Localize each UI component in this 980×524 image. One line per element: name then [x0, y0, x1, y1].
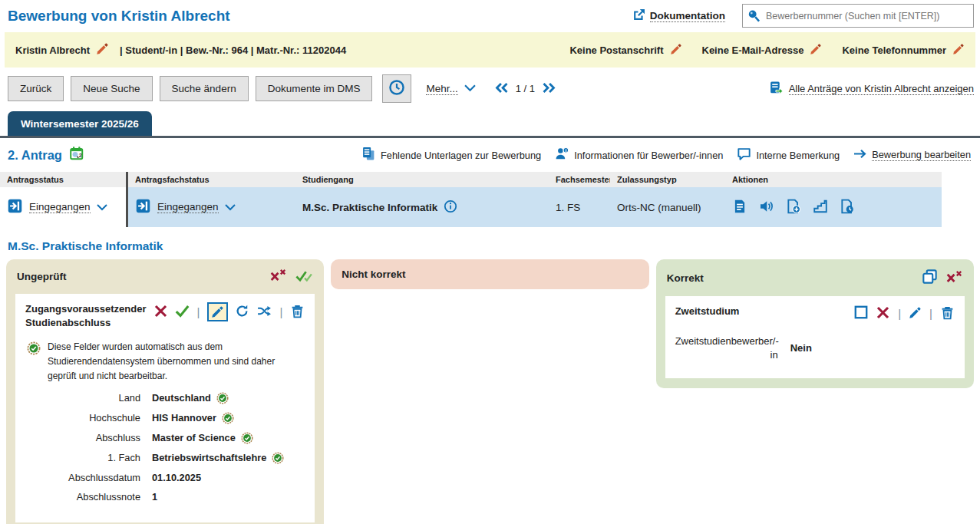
history-button[interactable]: [382, 74, 411, 103]
verified-badge-icon: [272, 452, 284, 464]
announce-icon[interactable]: [759, 199, 774, 216]
no-phone-label: Keine Telefonnummer: [842, 44, 946, 56]
tab-wintersemester[interactable]: Wintersemester 2025/26: [8, 111, 152, 136]
edit-person-icon[interactable]: [96, 42, 109, 58]
studiengang-value: M.Sc. Praktische Informatik: [302, 202, 437, 213]
add-document-icon[interactable]: [786, 199, 801, 216]
search-input[interactable]: [742, 4, 974, 28]
separator: |: [196, 305, 201, 318]
delete-entry-icon[interactable]: [290, 304, 305, 321]
more-menu[interactable]: Mehr...: [426, 83, 475, 95]
dms-documents-button[interactable]: Dokumente im DMS: [256, 76, 373, 101]
svg-text:2: 2: [79, 153, 82, 159]
auto-import-note-text: Diese Felder wurden automatisch aus dem …: [48, 340, 303, 384]
edit-postal-icon[interactable]: [670, 43, 682, 58]
accept-icon[interactable]: [175, 304, 190, 321]
documents-icon: [361, 147, 376, 163]
card-studienabschluss-title: Zugangsvoraussetzender Studienabschluss: [25, 302, 142, 329]
edit-entry-icon[interactable]: [207, 302, 228, 321]
page-title: Bewerbung von Kristin Albrecht: [8, 8, 615, 25]
verified-badge-icon: [216, 392, 229, 404]
no-phone: Keine Telefonnummer: [842, 43, 965, 58]
person-contact-group: Keine Postanschrift Keine E-Mail-Adresse…: [569, 43, 965, 58]
pager-prev-icon[interactable]: [495, 83, 509, 95]
panel-ungeprueft-title: Ungeprüft: [17, 271, 67, 282]
application-links: Fehlende Unterlagen zur Bewerbung i Info…: [361, 147, 971, 163]
field-label: Zweitstudienbewerber/-in: [675, 335, 790, 361]
col-header-fachsemester: Fachsemester: [549, 172, 610, 187]
missing-documents-link[interactable]: Fehlende Unterlagen zur Bewerbung: [361, 147, 541, 163]
ranking-steps-icon[interactable]: [813, 199, 828, 216]
change-search-button[interactable]: Suche ändern: [160, 76, 249, 101]
panel-korrekt: Korrekt Zweitstudium: [656, 259, 974, 388]
back-button[interactable]: Zurück: [8, 76, 64, 101]
documentation-link-label[interactable]: Dokumentation: [650, 10, 725, 22]
col-header-antragsstatus: Antragsstatus: [0, 172, 128, 187]
applicant-info-label[interactable]: Informationen für Bewerber/-innen: [574, 150, 723, 161]
field-row-land: Land Deutschland: [25, 392, 305, 404]
arrow-right-icon: [853, 149, 867, 161]
field-row-fach: 1. Fach Betriebswirtschaftslehre: [25, 452, 305, 464]
shuffle-icon[interactable]: [256, 304, 272, 321]
status-chevron-icon[interactable]: [97, 202, 107, 213]
pager-indicator: 1 / 1: [516, 83, 535, 94]
new-search-button[interactable]: Neue Suche: [71, 76, 152, 101]
toolbar: Zurück Neue Suche Suche ändern Dokumente…: [0, 68, 980, 104]
edit-email-icon[interactable]: [810, 43, 822, 58]
calendar-icon[interactable]: 2: [69, 146, 84, 164]
panel-ungeprueft-header: Ungeprüft: [6, 259, 324, 294]
field-value: Nein: [790, 342, 812, 354]
status-document-icon: [7, 198, 23, 216]
reject-icon[interactable]: [876, 305, 890, 322]
separator: |: [929, 307, 933, 320]
auto-import-note: Diese Felder wurden automatisch aus dem …: [27, 340, 303, 384]
edit-entry-icon[interactable]: [909, 306, 922, 321]
action-icons: [732, 199, 855, 216]
pager-next-icon[interactable]: [542, 83, 556, 95]
edit-application-label[interactable]: Bewerbung bearbeiten: [872, 149, 971, 161]
no-postal-address: Keine Postanschrift: [569, 43, 681, 58]
cell-fachsemester: 1. FS: [549, 187, 610, 227]
field-row-hochschule: Hochschule HIS Hannover: [25, 412, 305, 424]
edit-phone-icon[interactable]: [952, 43, 965, 58]
document-history-icon[interactable]: [840, 199, 855, 216]
reject-icon[interactable]: [153, 304, 168, 321]
accept-all-icon[interactable]: [295, 269, 313, 285]
view-document-icon[interactable]: [732, 199, 747, 216]
status-chevron-icon[interactable]: [225, 202, 236, 213]
documentation-link[interactable]: Dokumentation: [632, 8, 725, 24]
field-value: 01.10.2025: [152, 472, 201, 483]
antragsstatus-value[interactable]: Eingegangen: [29, 201, 91, 213]
no-email-label: Keine E-Mail-Adresse: [702, 44, 804, 56]
field-value: Deutschland: [152, 392, 211, 404]
copy-all-icon[interactable]: [922, 269, 938, 287]
fachsemester-value: 1. FS: [556, 202, 580, 213]
all-applications-link[interactable]: Alle Anträge von Kristin Albrecht anzeig…: [769, 81, 974, 97]
missing-documents-label[interactable]: Fehlende Unterlagen zur Bewerbung: [381, 150, 541, 161]
check-panels: Ungeprüft Zugangsvoraussetzender Studien…: [6, 259, 974, 524]
search-icon: [747, 9, 761, 25]
application-page: Bewerbung von Kristin Albrecht Dokumenta…: [0, 0, 980, 524]
panel-nicht-korrekt-header: Nicht korrekt: [331, 259, 648, 289]
field-value: Betriebswirtschaftslehre: [152, 452, 266, 463]
reject-all-icon[interactable]: [945, 270, 963, 286]
delete-entry-icon[interactable]: [940, 305, 955, 322]
status-document-icon: [135, 198, 151, 216]
internal-note-label[interactable]: Interne Bemerkung: [756, 150, 840, 161]
reject-all-icon[interactable]: [269, 269, 287, 285]
antragsfachstatus-value[interactable]: Eingegangen: [157, 201, 219, 213]
panel-nicht-korrekt: Nicht korrekt: [331, 259, 648, 289]
edit-application-link[interactable]: Bewerbung bearbeiten: [853, 149, 971, 161]
more-label[interactable]: Mehr...: [426, 83, 457, 95]
col-header-antragsfachstatus: Antragsfachstatus: [128, 172, 295, 187]
applicant-info-link[interactable]: i Informationen für Bewerber/-innen: [555, 147, 723, 163]
panel-korrekt-title: Korrekt: [667, 272, 704, 284]
speech-bubble-icon: [737, 147, 751, 163]
internal-note-link[interactable]: Interne Bemerkung: [737, 147, 840, 163]
all-applications-label[interactable]: Alle Anträge von Kristin Albrecht anzeig…: [789, 83, 974, 95]
info-circle-icon[interactable]: [444, 199, 457, 216]
card-zweitstudium-title: Zweitstudium: [675, 305, 792, 318]
reset-icon[interactable]: [235, 304, 249, 321]
checkbox-icon[interactable]: [853, 305, 869, 322]
cell-antragsstatus: Eingegangen: [0, 187, 128, 227]
